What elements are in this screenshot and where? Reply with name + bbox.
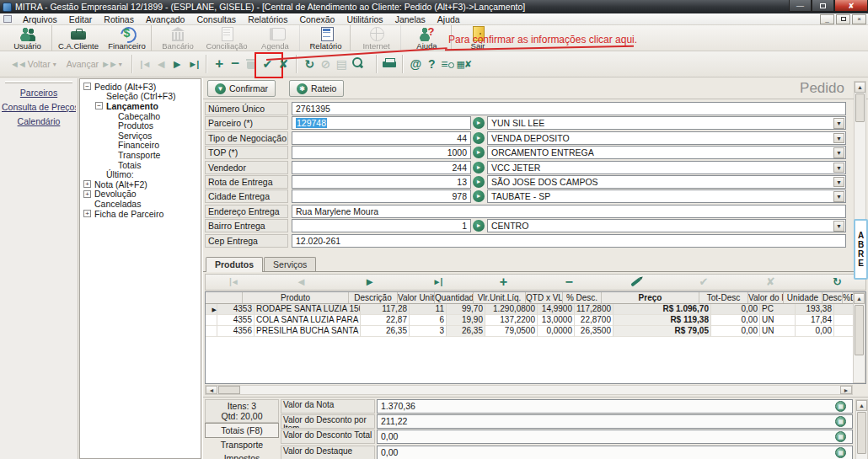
grid-scroll-thumb[interactable] (855, 305, 864, 355)
lookup-icon[interactable]: ▸ (473, 117, 485, 129)
lookup-icon[interactable]: ▸ (473, 190, 485, 202)
print-icon[interactable] (382, 52, 398, 76)
menu-item[interactable]: Consultas (190, 13, 242, 25)
grid-scroll-up-icon[interactable]: ▲ (854, 293, 865, 304)
grid-close-icon[interactable]: ▦✘ (456, 53, 472, 75)
grid-column-header[interactable]: Produto (243, 292, 349, 303)
hscroll-thumb[interactable] (218, 386, 240, 394)
grid-column-header[interactable]: QTD x VLR (526, 292, 563, 303)
toolbar-button[interactable]: Conciliação (202, 25, 251, 51)
toolbar-button[interactable]: Agenda (251, 25, 300, 51)
field-value-input[interactable]: VCC JETER ▼ (487, 161, 846, 174)
grid-last-icon[interactable]: ►| (433, 275, 442, 290)
grid-refresh-icon[interactable]: ↻ (833, 275, 842, 290)
totals-tab[interactable]: Impostos (205, 451, 279, 459)
dropdown-icon[interactable]: ▼ (833, 147, 844, 158)
tree-item[interactable]: Último: (83, 169, 201, 179)
mdi-restore-button[interactable] (836, 14, 850, 24)
menu-item[interactable]: Ajuda (431, 13, 466, 25)
grid-column-header[interactable]: Vlr.Unit.Líq. (474, 292, 526, 303)
field-code-input[interactable]: 1 (292, 219, 471, 232)
sidebar-link[interactable]: Parceiros (2, 88, 76, 98)
tree-expander-icon[interactable] (83, 190, 91, 198)
grid-column-header[interactable]: % Desc. (563, 292, 602, 303)
totals-field-input[interactable]: 211,22 (377, 414, 853, 429)
dropdown-icon[interactable]: ▼ (833, 191, 844, 202)
forward-button[interactable]: Avançar ►► ▾ (62, 59, 127, 69)
field-code-input[interactable]: 1000 (292, 146, 471, 159)
grid-column-header[interactable]: Descrição (349, 292, 398, 303)
grid-row[interactable]: 4355COLA SANTA LUZIA PARA RODAPE BISN 22… (206, 315, 865, 326)
lookup-icon[interactable]: ▸ (473, 132, 485, 144)
scroll-left-icon[interactable]: ◄ (206, 386, 217, 394)
list-search-icon[interactable]: ≡ (440, 53, 456, 75)
calculator-icon[interactable]: ▦ (835, 447, 846, 458)
rateio-button[interactable]: ✱ Rateio (289, 80, 344, 97)
last-record-icon[interactable]: ►| (185, 53, 201, 75)
grid-column-header[interactable] (206, 292, 243, 303)
search-icon[interactable] (350, 52, 366, 76)
totals-field-input[interactable]: 0,00 (377, 446, 853, 459)
grid-column-header[interactable]: Valor do IPI (748, 292, 784, 303)
menu-item[interactable]: Rotinas (98, 13, 140, 25)
field-value-input[interactable]: YUN SIL LEE ▼ (487, 116, 846, 130)
tree-expander-icon[interactable] (83, 210, 91, 217)
minimize-button[interactable]: — (789, 0, 812, 12)
mdi-close-button[interactable]: × (852, 14, 866, 24)
tree-expander-icon[interactable] (95, 102, 103, 109)
lookup-icon[interactable]: ▸ (473, 162, 485, 173)
field-value-input[interactable]: TAUBATE - SP ▼ (487, 189, 846, 203)
remove-record-icon[interactable]: − (228, 53, 244, 75)
field-code-input[interactable]: 13 (292, 175, 471, 189)
tree-item[interactable]: Lançamento (83, 101, 201, 111)
grid-remove-icon[interactable]: − (565, 275, 572, 290)
menu-item[interactable]: Relatórios (242, 13, 293, 25)
field-value-input[interactable]: Rua Marylene Moura ▼ (292, 205, 846, 218)
grid-scrollbar[interactable]: ▲ (853, 292, 865, 383)
totals-field-input[interactable]: 0,00 (377, 430, 853, 444)
tree-item[interactable]: Pedido (Alt+F3) (83, 82, 201, 92)
sidebar-link[interactable]: Calendário (2, 116, 76, 126)
mdi-minimize-button[interactable]: _ (820, 14, 834, 24)
tree-item[interactable]: Cabeçalho (83, 111, 201, 121)
dropdown-icon[interactable]: ▼ (833, 177, 844, 188)
field-code-input[interactable]: 44 (292, 131, 471, 145)
dropdown-icon[interactable]: ▼ (833, 133, 844, 144)
grid-prev-icon[interactable]: ◄ (296, 275, 307, 290)
lookup-icon[interactable]: ▸ (473, 220, 485, 232)
calculator-icon[interactable]: ▦ (835, 401, 846, 412)
menu-item[interactable]: Janelas (389, 13, 431, 25)
toolbar-button[interactable]: Financeiro (103, 25, 152, 51)
mdi-child-icon[interactable] (3, 15, 12, 23)
dropdown-icon[interactable]: ▼ (833, 221, 844, 232)
prev-record-icon[interactable]: ◄ (153, 53, 169, 75)
tree-expander-icon[interactable] (83, 83, 91, 90)
detail-tab[interactable]: Serviços (264, 257, 316, 271)
menu-item[interactable]: Conexão (293, 13, 340, 25)
grid-column-header[interactable]: Desconto (822, 292, 843, 303)
forward-dropdown-icon[interactable]: ▾ (119, 61, 122, 68)
grid-column-header[interactable]: Quantidade (435, 292, 474, 303)
scroll-up-icon[interactable]: ▲ (855, 82, 865, 93)
grid-first-icon[interactable]: |◄ (229, 275, 238, 290)
abre-side-tab[interactable]: ABRE (854, 219, 868, 280)
dropdown-icon[interactable]: ▼ (833, 163, 844, 173)
totals-scroll-thumb[interactable] (857, 412, 866, 454)
next-record-icon[interactable]: ► (169, 53, 185, 75)
grid-edit-icon[interactable] (630, 275, 641, 290)
tree-item[interactable]: Produtos (83, 120, 201, 131)
tree-item[interactable]: Transporte (83, 150, 201, 160)
totals-tab[interactable]: Transporte (205, 438, 279, 451)
first-record-icon[interactable]: |◄ (137, 53, 153, 75)
sidebar-grip[interactable] (5, 81, 72, 83)
field-value-input[interactable]: 2761395 ▼ (292, 102, 846, 115)
grid-next-icon[interactable]: ► (364, 275, 375, 290)
field-value-input[interactable]: ORCAMENTO ENTREGA ▼ (487, 146, 846, 159)
email-icon[interactable]: @ (408, 53, 424, 75)
field-value-input[interactable]: 12.020-261 ▼ (292, 234, 846, 248)
menu-item[interactable]: Avançado (140, 13, 191, 25)
lookup-icon[interactable]: ▸ (473, 176, 485, 188)
menu-item[interactable]: Editar (63, 13, 98, 25)
tree-expander-icon[interactable] (83, 180, 91, 188)
menu-item[interactable]: Arquivos (17, 13, 63, 25)
